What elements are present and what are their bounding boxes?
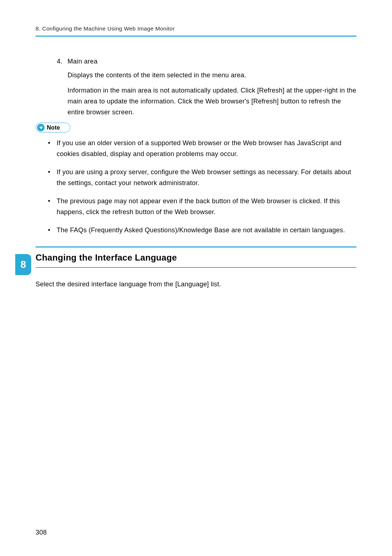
chapter-number: 8 <box>20 259 26 270</box>
section-title: Changing the Interface Language <box>36 248 356 267</box>
note-badge: Note <box>36 123 70 132</box>
list-item: If you are using a proxy server, configu… <box>48 167 356 188</box>
note-icon <box>37 124 45 131</box>
list-number: 4. <box>53 58 62 65</box>
note-callout: Note <box>36 123 356 132</box>
section: Changing the Interface Language Select t… <box>36 246 356 290</box>
list-item-4-head: 4. Main area <box>36 58 356 65</box>
body-paragraph: Information in the main area is not auto… <box>68 85 356 118</box>
list-item: The previous page may not appear even if… <box>48 196 356 217</box>
section-body: Select the desired interface language fr… <box>36 279 356 290</box>
document-page: 8. Configuring the Machine Using Web Ima… <box>0 0 392 556</box>
content-area: 4. Main area Displays the contents of th… <box>36 58 356 290</box>
section-rule-bottom <box>36 267 356 268</box>
list-item-title: Main area <box>68 58 98 65</box>
header-rule <box>36 36 356 37</box>
list-item-4-body: Displays the contents of the item select… <box>36 70 356 118</box>
page-number: 308 <box>36 529 47 536</box>
note-list: If you use an older version of a support… <box>36 138 356 236</box>
list-item: If you use an older version of a support… <box>48 138 356 159</box>
chapter-tab: 8 <box>15 254 31 275</box>
running-head: 8. Configuring the Machine Using Web Ima… <box>36 25 356 36</box>
note-label: Note <box>47 124 60 131</box>
body-paragraph: Displays the contents of the item select… <box>68 70 356 81</box>
down-arrow-icon <box>39 127 43 129</box>
list-item: The FAQs (Frequently Asked Questions)/Kn… <box>48 225 356 236</box>
